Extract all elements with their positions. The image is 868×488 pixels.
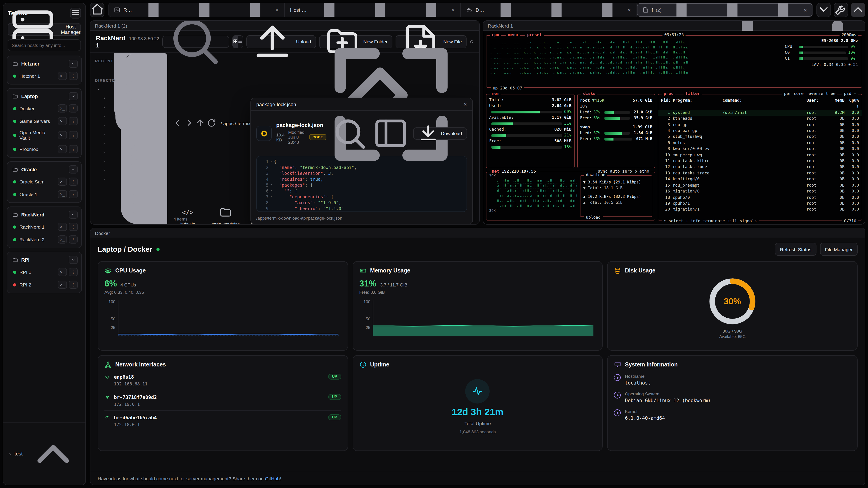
host-menu-button[interactable]: ⋮ [69, 145, 78, 153]
host-menu-button[interactable]: ⋮ [69, 117, 78, 125]
file-item[interactable]: node_modules [211, 205, 241, 225]
host-item[interactable]: Open Media Vault>_⋮ [9, 127, 80, 143]
process-row[interactable]: 19cpuhp/1root0B0.0 [658, 201, 862, 207]
host-manager-button[interactable]: Host Manager [8, 23, 81, 36]
home-button[interactable] [90, 3, 104, 17]
group-collapse-button[interactable] [69, 60, 78, 68]
up-directory-button[interactable] [195, 119, 205, 128]
process-row[interactable]: 15rcu_preemptroot0B0.0 [658, 182, 862, 188]
process-table-header[interactable]: Pid:Program:Command:User:MemBCpu% ↑ [658, 98, 862, 110]
host-item[interactable]: RackNerd 1>_⋮ [9, 221, 80, 233]
split-view-icon[interactable] [136, 3, 272, 17]
tab-racknerd-1[interactable]: RackNerd 1(2)× [637, 3, 812, 17]
host-group-header[interactable]: Laptop [9, 90, 80, 102]
sidebar-menu-button[interactable] [70, 8, 81, 19]
host-item[interactable]: Proxmox>_⋮ [9, 143, 80, 156]
collapse-button[interactable] [851, 3, 865, 17]
tab-docker[interactable]: Docker× [461, 3, 637, 17]
host-menu-button[interactable]: ⋮ [69, 104, 78, 112]
open-terminal-button[interactable]: >_ [58, 235, 67, 243]
tools-button[interactable] [834, 3, 848, 17]
process-row[interactable]: 16migration/0root0B0.0 [658, 188, 862, 195]
process-row[interactable]: 13rcu_tasks_traceroot0B0.0 [658, 170, 862, 176]
group-collapse-button[interactable] [69, 92, 78, 100]
split-view-icon[interactable] [313, 3, 448, 17]
group-collapse-button[interactable] [69, 256, 78, 264]
host-menu-button[interactable]: ⋮ [69, 177, 78, 186]
process-row[interactable]: 20migration/1root0B0.0 [658, 207, 862, 213]
github-link[interactable]: GitHub! [265, 476, 281, 481]
host-search-input[interactable] [8, 39, 81, 51]
process-row[interactable]: 2kthreaddroot0B0.0 [658, 116, 862, 122]
chevron-right-icon[interactable] [102, 150, 106, 154]
close-icon[interactable]: × [627, 7, 631, 13]
host-item[interactable]: RPI 1>_⋮ [9, 266, 80, 278]
chevron-right-icon[interactable] [102, 168, 106, 172]
open-terminal-button[interactable]: >_ [58, 117, 67, 125]
reload-button[interactable] [207, 119, 217, 128]
host-menu-button[interactable]: ⋮ [69, 281, 78, 289]
menu-label[interactable]: menu [506, 33, 520, 37]
file-item[interactable]: </>index.js4.3 KB [173, 205, 203, 225]
host-item[interactable]: Oracle 1>_⋮ [9, 188, 80, 201]
back-button[interactable] [173, 119, 183, 128]
chevron-right-icon[interactable] [102, 123, 106, 127]
open-terminal-button[interactable]: >_ [58, 281, 67, 289]
group-collapse-button[interactable] [69, 210, 78, 219]
tab-list-button[interactable] [816, 3, 831, 17]
process-row[interactable]: 1systemd/sbin/initroot9.2M0.0 [658, 110, 862, 116]
pid-sort-label[interactable]: pid ↑ [842, 91, 858, 96]
refresh-button[interactable] [470, 37, 474, 46]
host-item[interactable]: RPI 2>_⋮ [9, 278, 80, 291]
split-view-icon[interactable] [665, 3, 800, 17]
code-preview[interactable]: 1▾{2 "name": "termix-download-api",3 "lo… [256, 156, 467, 212]
chevron-right-icon[interactable] [102, 141, 106, 145]
host-menu-button[interactable]: ⋮ [69, 131, 78, 139]
process-row[interactable]: 12rcu_tasks_rude_root0B0.0 [658, 164, 862, 170]
open-in-editor-icon[interactable] [372, 115, 409, 152]
open-terminal-button[interactable]: >_ [58, 268, 67, 276]
upload-button[interactable]: Upload [246, 35, 316, 48]
open-terminal-button[interactable]: >_ [58, 223, 67, 231]
host-item[interactable]: RackNerd 2>_⋮ [9, 233, 80, 246]
group-collapse-button[interactable] [69, 165, 78, 173]
host-item[interactable]: Docker>_⋮ [9, 102, 80, 115]
host-menu-button[interactable]: ⋮ [69, 223, 78, 231]
host-group-header[interactable]: Hetzner [9, 58, 80, 70]
fold-arrow[interactable]: ▾ [269, 194, 274, 200]
host-menu-button[interactable]: ⋮ [69, 72, 78, 80]
open-terminal-button[interactable]: >_ [58, 190, 67, 198]
process-row[interactable]: 6netnsroot0B0.0 [658, 140, 862, 146]
file-manager-open-button[interactable]: File Manager [820, 242, 858, 256]
host-item[interactable]: Game Servers>_⋮ [9, 115, 80, 127]
host-group-header[interactable]: Oracle [9, 164, 80, 175]
host-menu-button[interactable]: ⋮ [69, 268, 78, 276]
process-row[interactable]: 5slub_flushwqroot0B0.0 [658, 134, 862, 140]
search-in-file-icon[interactable] [331, 115, 368, 152]
host-item[interactable]: Hetzner 1>_⋮ [9, 70, 80, 82]
close-icon[interactable]: × [464, 101, 467, 107]
list-view-button[interactable] [238, 35, 243, 48]
open-terminal-button[interactable]: >_ [58, 145, 67, 153]
process-row[interactable]: 11rcu_tasks_kthreroot0B0.0 [658, 158, 862, 164]
chevron-right-icon[interactable] [102, 96, 106, 100]
fold-arrow[interactable]: ▾ [269, 188, 274, 194]
chevron-right-icon[interactable] [102, 132, 106, 136]
grid-view-button[interactable] [233, 35, 238, 48]
fold-arrow[interactable]: ▾ [269, 159, 274, 165]
process-row[interactable]: 4rcu_par_gproot0B0.0 [658, 128, 862, 134]
chevron-down-icon[interactable] [97, 87, 101, 91]
open-terminal-button[interactable]: >_ [58, 177, 67, 186]
split-view-icon[interactable] [489, 3, 624, 17]
forward-button[interactable] [184, 119, 194, 128]
host-group-header[interactable]: RackNerd [9, 209, 80, 221]
chevron-right-icon[interactable] [102, 159, 106, 163]
chevron-up-icon[interactable] [26, 427, 80, 481]
proc-options[interactable]: per-core reverse tree [782, 91, 837, 96]
filter-label[interactable]: filter [684, 91, 702, 96]
sidebar-footer[interactable]: test [3, 422, 86, 485]
close-icon[interactable]: × [275, 7, 279, 13]
directory-item[interactable]: opt [95, 175, 163, 184]
tab-host-manager[interactable]: Host Manager× [285, 3, 461, 17]
process-row[interactable]: 10mm_percpu_wqroot0B0.0 [658, 152, 862, 158]
